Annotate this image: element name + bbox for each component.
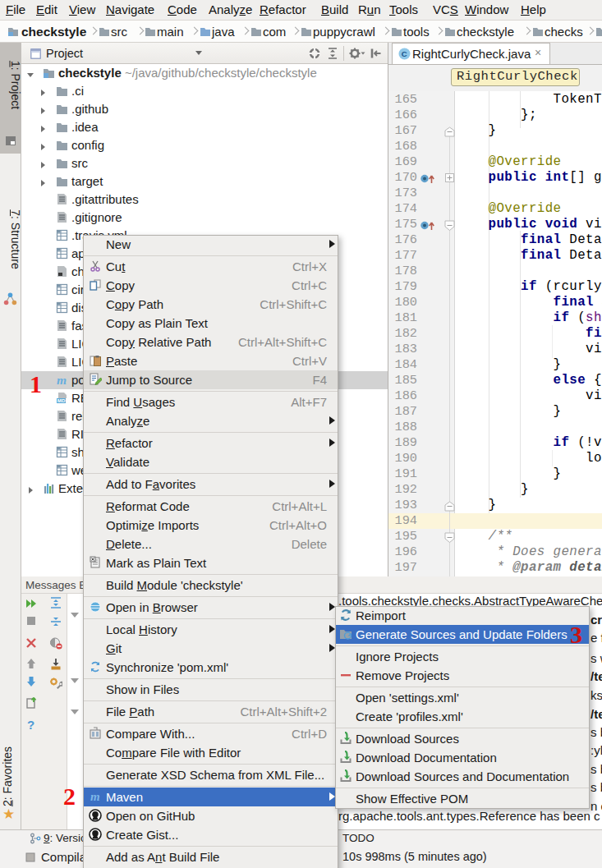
svg-text:?: ? (27, 718, 34, 731)
svg-text:C: C (402, 49, 407, 58)
svg-text:m: m (90, 790, 100, 803)
svg-text:MD: MD (57, 397, 66, 403)
svg-text:m: m (57, 374, 67, 386)
